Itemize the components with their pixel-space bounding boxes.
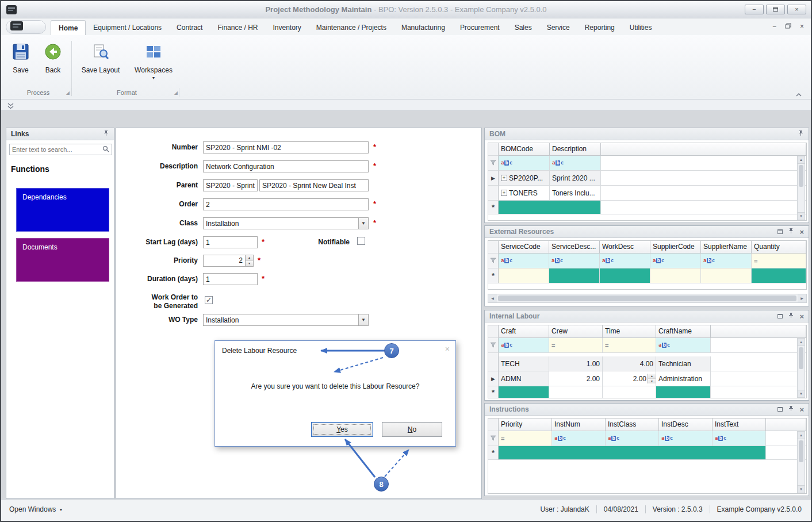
wo-type-combo[interactable]: Installation ▼ (203, 314, 369, 326)
table-row[interactable]: TECH 1.00 4.00 Technician (488, 356, 806, 371)
table-row[interactable]: ▶ ADMN 2.00 2.00 ▲▼ Administration (488, 371, 806, 386)
search-icon[interactable] (100, 144, 112, 155)
scrollbar-thumb[interactable] (799, 347, 803, 369)
pin-icon[interactable] (798, 130, 804, 138)
number-input[interactable] (203, 141, 369, 153)
close-icon[interactable]: × (799, 313, 804, 320)
tab-inventory[interactable]: Inventory (265, 20, 308, 35)
tab-equipment-locations[interactable]: Equipment / Locations (86, 20, 169, 35)
spinner-buttons[interactable]: ▲▼ (648, 374, 656, 383)
filter-cell[interactable]: = (603, 338, 656, 353)
column-header[interactable]: ServiceDesc... (549, 241, 600, 254)
expand-icon[interactable]: + (501, 190, 507, 196)
scrollbar-thumb[interactable] (498, 295, 796, 301)
scrollbar-thumb[interactable] (799, 440, 803, 462)
spin-up-icon[interactable]: ▲ (246, 255, 253, 261)
column-header[interactable]: InstDesc (659, 419, 713, 431)
new-row-cell[interactable] (650, 268, 701, 283)
spin-down-icon[interactable]: ▼ (246, 261, 253, 266)
filter-cell[interactable]: abc (656, 338, 711, 353)
column-header[interactable]: InstClass (606, 419, 659, 431)
filter-row[interactable]: abc abc abc abc abc = (488, 254, 806, 268)
column-header[interactable]: InstText (713, 419, 766, 431)
tab-utilities[interactable]: Utilities (622, 20, 660, 35)
spinner-buttons[interactable]: ▲▼ (245, 255, 253, 266)
maximize-icon[interactable] (777, 314, 783, 318)
new-row[interactable]: * (488, 268, 806, 283)
column-header[interactable]: Priority (499, 419, 552, 431)
bom-filter-row[interactable]: abc abc (488, 156, 806, 171)
expand-icon[interactable]: + (501, 175, 507, 181)
filter-cell[interactable]: = (549, 338, 603, 353)
filter-cell[interactable]: abc (701, 254, 752, 268)
new-row[interactable]: * (488, 446, 806, 460)
tab-reporting[interactable]: Reporting (577, 20, 622, 35)
column-header[interactable]: BOMCode (499, 143, 550, 156)
mdi-restore-icon[interactable] (785, 22, 791, 30)
table-row[interactable]: ▶ +SP2020P... Sprint 2020 ... (488, 171, 806, 186)
group-dialog-launcher-icon[interactable]: ◢ (66, 91, 70, 95)
close-button[interactable]: × (787, 5, 806, 14)
filter-cell[interactable]: abc (549, 254, 600, 268)
application-menu-button[interactable] (6, 20, 46, 34)
yes-button[interactable]: Yes (311, 422, 373, 437)
column-header[interactable]: WorkDesc (600, 241, 650, 254)
back-button[interactable]: Back (38, 40, 68, 87)
scroll-up-icon[interactable]: ▲ (798, 432, 805, 439)
scroll-up-icon[interactable]: ▲ (798, 339, 805, 346)
column-header[interactable]: SupplierCode (650, 241, 701, 254)
column-header[interactable]: ServiceCode (499, 241, 549, 254)
search-input[interactable] (10, 146, 100, 153)
scroll-down-icon[interactable]: ▼ (798, 485, 805, 493)
maximize-button[interactable] (766, 5, 785, 14)
priority-spinner[interactable]: 2 ▲▼ (203, 255, 254, 267)
scrollbar-thumb[interactable] (799, 165, 803, 187)
pin-icon[interactable] (788, 405, 794, 413)
dependancies-button[interactable]: Dependancies (16, 188, 109, 232)
column-header[interactable]: Description (550, 143, 601, 156)
scroll-left-icon[interactable]: ◀ (488, 294, 497, 302)
start-lag-input[interactable] (203, 236, 258, 248)
new-row-cell[interactable] (499, 446, 766, 460)
class-combo[interactable]: Installation ▼ (203, 217, 369, 229)
save-layout-button[interactable]: Save Layout (76, 40, 125, 87)
tab-finance-hr[interactable]: Finance / HR (210, 20, 265, 35)
filter-cell[interactable]: abc (499, 254, 549, 268)
group-dialog-launcher-icon[interactable]: ◢ (174, 91, 178, 95)
order-input[interactable] (203, 198, 369, 210)
new-row-cell[interactable] (600, 268, 650, 283)
tab-home[interactable]: Home (51, 20, 86, 35)
mdi-close-icon[interactable]: × (800, 22, 804, 30)
chevron-down-icon[interactable]: ▼ (358, 314, 368, 325)
new-row-cell[interactable] (499, 201, 601, 214)
pin-icon[interactable] (103, 130, 109, 138)
documents-button[interactable]: Documents (16, 238, 109, 282)
open-windows-dropdown[interactable]: Open Windows ▼ (9, 505, 63, 513)
new-row-cell[interactable] (549, 268, 600, 283)
column-header[interactable]: Craft (499, 325, 549, 338)
tab-sales[interactable]: Sales (507, 20, 539, 35)
save-button[interactable]: Save (6, 40, 36, 87)
filter-row[interactable]: abc = = abc (488, 338, 806, 353)
chevron-down-icon[interactable]: ▼ (358, 218, 368, 229)
new-row-cell[interactable] (656, 386, 711, 398)
scroll-right-icon[interactable]: ▶ (798, 294, 806, 302)
scroll-down-icon[interactable]: ▼ (798, 212, 805, 220)
filter-cell[interactable]: abc (499, 338, 549, 353)
time-cell-editing[interactable]: 2.00 ▲▼ (603, 371, 656, 386)
pin-icon[interactable] (788, 312, 794, 320)
description-input[interactable] (203, 160, 369, 172)
filter-cell[interactable]: abc (650, 254, 701, 268)
spin-down-icon[interactable]: ▼ (648, 379, 656, 383)
tab-contract[interactable]: Contract (169, 20, 210, 35)
vertical-scrollbar[interactable]: ▲ ▼ (797, 338, 805, 398)
new-row-cell[interactable] (603, 386, 656, 398)
filter-cell[interactable]: abc (606, 431, 659, 446)
notifiable-checkbox[interactable] (357, 237, 365, 245)
tab-service[interactable]: Service (539, 20, 577, 35)
column-header[interactable]: Quantity (752, 241, 806, 254)
tab-maintenance-projects[interactable]: Maintenance / Projects (309, 20, 394, 35)
maximize-icon[interactable] (777, 407, 783, 412)
dialog-close-icon[interactable]: × (445, 344, 450, 354)
filter-cell[interactable]: = (499, 431, 552, 446)
